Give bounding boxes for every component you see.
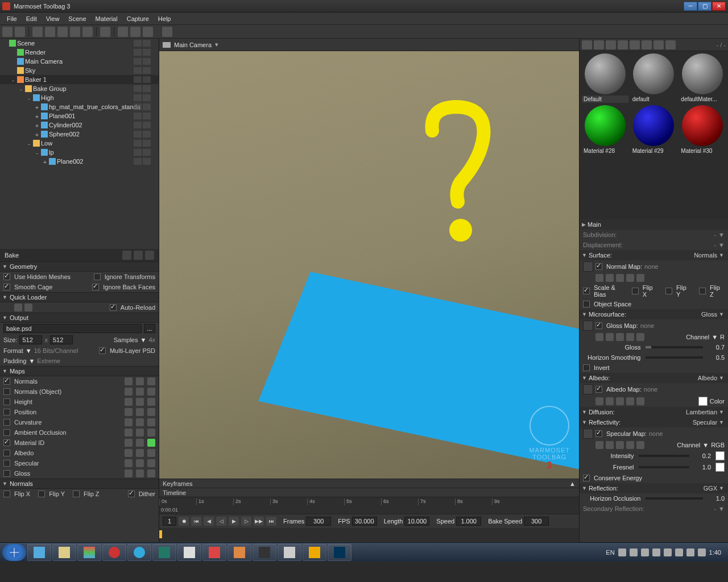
map-search-icon[interactable]	[136, 439, 144, 447]
tree-node[interactable]: -Baker 1	[0, 75, 159, 84]
map-edit-icon[interactable]	[125, 429, 133, 436]
horizon-slider[interactable]	[646, 356, 704, 359]
tree-node[interactable]: -Bake Group	[0, 84, 159, 93]
menu-capture[interactable]: Capture	[122, 14, 154, 23]
map-edit-icon[interactable]	[125, 377, 133, 385]
tray-icon[interactable]	[630, 548, 638, 556]
map-edit-icon[interactable]	[125, 388, 133, 396]
material-cell[interactable]: Material #29	[631, 105, 677, 155]
smooth-cage-checkbox[interactable]	[3, 284, 10, 290]
scrub-marker[interactable]	[159, 530, 162, 538]
map-preview-icon[interactable]	[147, 377, 155, 385]
speed-input[interactable]	[456, 517, 481, 526]
check-icon[interactable]	[653, 40, 664, 49]
tray-icon[interactable]	[675, 548, 683, 556]
output-file-input[interactable]	[3, 324, 142, 333]
reflection-header[interactable]: ▼Reflection:GGX▼	[580, 483, 728, 493]
search-icon[interactable]	[606, 333, 614, 341]
specular-map-swatch[interactable]	[583, 429, 593, 439]
map-preview-icon[interactable]	[147, 408, 155, 416]
clock[interactable]: 1:40	[709, 549, 721, 556]
size-w-input[interactable]	[19, 335, 42, 344]
map-edit-icon[interactable]	[125, 418, 133, 426]
fps-input[interactable]	[352, 517, 377, 526]
material-cell[interactable]: Material #28	[582, 105, 628, 155]
gloss-map-swatch[interactable]	[583, 321, 593, 331]
quick-loader-icon[interactable]	[14, 304, 22, 311]
grid-icon[interactable]	[606, 40, 616, 49]
scene-tree[interactable]: SceneRenderMain CameraSky-Baker 1-Bake G…	[0, 39, 159, 249]
close-icon[interactable]	[636, 333, 644, 341]
tree-node[interactable]: -lp	[0, 148, 159, 157]
map-checkbox[interactable]	[3, 388, 10, 395]
quick-loader-header[interactable]: ▼Quick Loader	[0, 292, 159, 302]
close-icon[interactable]	[636, 274, 644, 282]
reflectivity-header[interactable]: ▼Reflectivity:Specular▼	[580, 417, 728, 427]
folder-icon[interactable]	[618, 40, 628, 49]
tool-icon[interactable]	[70, 27, 80, 37]
intensity-slider[interactable]	[639, 455, 690, 457]
geometry-header[interactable]: ▼Geometry	[0, 261, 159, 272]
use-hidden-checkbox[interactable]	[3, 273, 10, 280]
dither-checkbox[interactable]	[128, 490, 135, 497]
step-fwd-button[interactable]: ▶▶	[254, 517, 264, 526]
map-search-icon[interactable]	[136, 459, 144, 467]
normals-header[interactable]: ▼Normals	[0, 479, 159, 489]
taskbar-item[interactable]	[253, 544, 276, 561]
gloss-slider[interactable]	[646, 346, 704, 348]
edit-icon[interactable]	[616, 397, 624, 405]
timeline-ruler[interactable]: 0:00.01 0s1s2s3s4s5s6s7s8s9s	[159, 497, 579, 514]
color-swatch[interactable]	[698, 397, 708, 406]
camera-label[interactable]: Main Camera	[174, 41, 212, 48]
intensity-color[interactable]	[715, 451, 725, 460]
close-button[interactable]: ✕	[712, 2, 726, 11]
map-edit-icon[interactable]	[125, 459, 133, 467]
map-checkbox[interactable]	[3, 419, 10, 426]
close-icon[interactable]	[636, 397, 644, 405]
reload-icon[interactable]	[626, 274, 634, 282]
flip-x-checkbox[interactable]	[632, 288, 639, 294]
gear-icon[interactable]	[595, 441, 603, 449]
tree-node[interactable]: +hp_mat_mat_true_colors_standa	[0, 102, 159, 111]
map-preview-icon[interactable]	[147, 388, 155, 396]
taskbar-item[interactable]	[52, 544, 76, 561]
map-search-icon[interactable]	[136, 408, 144, 416]
flip-x-checkbox[interactable]	[3, 490, 10, 497]
taskbar-item[interactable]	[102, 544, 126, 561]
tray-icon[interactable]	[652, 548, 660, 556]
taskbar-item[interactable]	[127, 544, 151, 561]
conserve-checkbox[interactable]	[583, 475, 590, 481]
length-input[interactable]	[404, 517, 429, 526]
main-header[interactable]: ▶Main	[580, 219, 728, 230]
tray-icon[interactable]	[641, 548, 649, 556]
material-cell[interactable]: default	[631, 53, 677, 103]
prev-frame-button[interactable]: ◁	[216, 517, 226, 526]
map-checkbox[interactable]	[3, 460, 10, 467]
tray-icon[interactable]	[664, 548, 672, 556]
map-edit-icon[interactable]	[125, 408, 133, 416]
taskbar-item[interactable]	[77, 544, 101, 561]
map-checkbox[interactable]	[3, 398, 10, 405]
map-search-icon[interactable]	[136, 429, 144, 436]
folder-icon[interactable]	[118, 27, 128, 37]
maps-header[interactable]: ▼Maps	[0, 366, 159, 376]
tray-icon[interactable]	[686, 548, 694, 556]
minimize-button[interactable]: ─	[684, 2, 697, 11]
taskbar-item[interactable]	[303, 544, 326, 561]
gear-icon[interactable]	[595, 333, 603, 341]
bake-help-icon[interactable]	[145, 251, 154, 260]
taskbar-item[interactable]	[278, 544, 301, 561]
map-edit-icon[interactable]	[125, 398, 133, 406]
tree-node[interactable]: Sky	[0, 66, 159, 75]
map-checkbox[interactable]	[3, 439, 10, 446]
reload-icon[interactable]	[626, 397, 634, 405]
search-icon[interactable]	[606, 397, 614, 405]
tool-icon[interactable]	[2, 27, 13, 37]
bake-speed-input[interactable]	[524, 517, 549, 526]
frames-input[interactable]	[306, 517, 331, 526]
search-icon[interactable]	[606, 274, 614, 282]
next-frame-button[interactable]: ▷	[241, 517, 251, 526]
tray-icon[interactable]	[618, 548, 626, 556]
tool-icon[interactable]	[57, 27, 68, 37]
menu-help[interactable]: Help	[154, 14, 176, 23]
